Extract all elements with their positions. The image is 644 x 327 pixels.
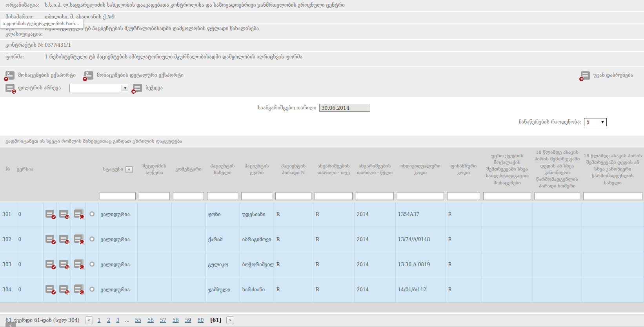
filter-input-first-name[interactable] [207,192,238,200]
col-header-error[interactable]: შეცდომის აღწერა [137,147,171,191]
row-radio-button[interactable] [89,262,95,267]
col-header-guardian-id[interactable]: 18 წლამდე ასაკის პირის შემთხვევაში დედის… [533,147,582,191]
col-header-status[interactable]: სტატუსი▼ [98,147,137,191]
print-icon [133,84,142,92]
info-row-contract: კონტრაქტის N: 03??/431/1 [0,40,644,51]
cell-first-name: ქარამ [206,227,240,252]
next-page-button[interactable]: > [226,316,234,324]
view-row-button[interactable] [56,252,71,277]
view-row-button[interactable] [56,227,71,252]
excel-detailed-export-icon: ▼ [84,71,93,80]
col-header-foreign-id[interactable]: უცხო ქვეყნის მოქალაქის შემთხვევაში სხვა … [482,147,533,191]
mid-section: საანგარიშგებო თარიღი ჩანაწერების რაოდენო… [0,97,644,135]
col-header-comment[interactable]: კომენტარი [171,147,206,191]
cell-guardian-id [533,202,582,227]
cell-guardian-name [582,277,644,302]
col-header-report-month[interactable]: ანგარიშგების თარიღი - თვე [313,147,354,191]
row-radio-button[interactable] [89,211,95,216]
col-header-version[interactable]: ვერსია [16,147,43,191]
page-link-55[interactable]: 55 [133,317,143,323]
view-icon [59,285,68,293]
organization-label: ორგანიზაცია: [5,2,45,9]
filter-select-button[interactable]: ფილტრის არჩევა [5,84,61,92]
cell-comment [171,252,206,277]
info-row-subclassification: სუბ კლასიფიკაცია: რეზისტენტული ტბ პაციენ… [0,24,644,39]
row-radio-cell [86,277,98,302]
report-date-input[interactable] [319,104,370,112]
filter-input-report-month[interactable] [315,192,353,200]
filter-input-guardian-name[interactable] [583,192,642,200]
cell-personal-n: R [274,202,313,227]
print-button[interactable]: ბეჭდვა [133,84,163,92]
col-header-first-name[interactable]: პაციენტის სახელი [206,147,240,191]
records-count-row: ჩანაწერების რაოდენობა: 5 ▼ [0,115,644,129]
cell-first-name: გულიკო [206,252,240,277]
page-link-2[interactable]: 2 [106,317,112,323]
edit-row-button[interactable] [43,277,56,302]
cell-individual-code: 13-30-A-0819 [395,252,446,277]
combobox-arrow-icon[interactable]: ▼ [122,85,128,91]
filter-input-foreign-id[interactable] [483,192,531,200]
form-name-tooltip: ა ფორმის ტუბერკულოზის ხარ... » [0,19,83,29]
page-link-60[interactable]: 60 [196,317,206,323]
filter-input-error[interactable] [139,192,170,200]
edit-row-button[interactable] [43,202,56,227]
filter-input-personal-n[interactable] [275,192,311,200]
filter-input-guardian-id[interactable] [534,192,580,200]
filter-combobox[interactable]: ▼ [69,84,129,92]
copy-row-button[interactable] [71,277,86,302]
row-radio-button[interactable] [89,287,95,292]
page-link-1[interactable]: 1 [96,317,102,323]
col-header-personal-n[interactable]: პაციენტის პირადი N [274,147,313,191]
page-link-57[interactable]: 57 [158,317,168,323]
filter-input-financial-code[interactable] [447,192,480,200]
filter-input-comment[interactable] [173,192,204,200]
cell-report-month: R [313,277,354,302]
cell-error [137,227,171,252]
sum-export-icon[interactable]: Σ [5,322,16,327]
col-header-guardian-name[interactable]: 18 წლამდე ასაკის პირის შემთხვევაში დედის… [582,147,644,191]
col-header-report-year[interactable]: ანგარიშგების თარიღი - წელი [354,147,395,191]
col-header-number[interactable]: № [0,147,16,191]
status-filter-dropdown-icon[interactable]: ▼ [126,166,133,173]
cell-individual-code: 1354A37 [395,202,446,227]
page-link-3[interactable]: 3 [115,317,121,323]
cell-report-month: R [313,202,354,227]
download-arrow-icon: ▼ [82,76,87,82]
page-link-56[interactable]: 56 [146,317,155,323]
detailed-export-button[interactable]: ▼ მონაცემების დეტალური ექსპორტი [84,71,184,80]
col-header-edit [43,147,56,191]
view-row-button[interactable] [56,277,71,302]
copy-row-button[interactable] [71,227,86,252]
edit-row-button[interactable] [43,252,56,277]
table-footer-band [0,302,644,312]
page-link-59[interactable]: 59 [184,317,193,323]
cell-financial-code: R [446,277,482,302]
cell-personal-n: R [274,277,313,302]
row-radio-cell [86,202,98,227]
view-row-button[interactable] [56,202,71,227]
back-button[interactable]: ◀ უკან დაბრუნება [581,71,633,80]
cell-foreign-id [482,252,533,277]
filter-input-last-name[interactable] [241,192,272,200]
row-radio-button[interactable] [89,236,95,242]
page-link-58[interactable]: 58 [171,317,180,323]
edit-row-button[interactable] [43,227,56,252]
export-button[interactable]: ▼ მონაცემების ექსპორტი [5,71,76,80]
prev-page-button[interactable]: < [85,316,93,324]
records-count-select[interactable]: 5 ▼ [584,118,607,126]
cell-last-name: ხარძიანი [240,277,274,302]
col-header-financial-code[interactable]: ფინანსური კოდი [446,147,482,191]
filter-input-report-year[interactable] [356,192,394,200]
pencil-icon [51,214,56,220]
copy-row-button[interactable] [71,252,86,277]
cell-guardian-id [533,252,582,277]
select-arrow-icon: ▼ [601,120,604,124]
col-header-last-name[interactable]: პაციენტის გვარი [240,147,274,191]
row-version: 0 [16,277,43,302]
col-header-individual-code[interactable]: ინდივიდუალური კოდი [395,147,446,191]
info-row-address: მისამართი: თბილისი, მ. ასათიანის ქ.№9 [0,12,644,23]
filter-input-individual-code[interactable] [397,192,444,200]
filter-input-status[interactable] [100,192,136,200]
copy-row-button[interactable] [71,202,86,227]
